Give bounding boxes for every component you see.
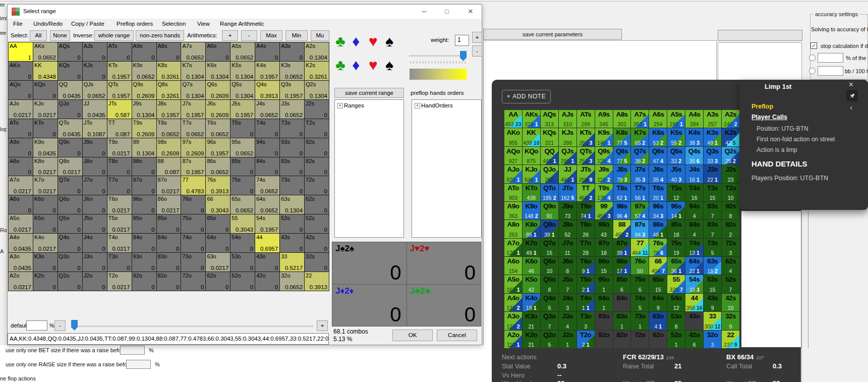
stat-cell-T9s[interactable]: T9s 1764 bbox=[595, 184, 613, 201]
stat-cell-T8o[interactable]: T8o 26 bbox=[577, 220, 595, 238]
top-slider-track[interactable] bbox=[409, 55, 467, 57]
range-cell-T5o[interactable]: T5o0.0217 bbox=[107, 214, 132, 234]
stat-cell-Q6o[interactable]: Q6o 10 bbox=[541, 257, 558, 275]
expand-icon[interactable]: + bbox=[415, 103, 420, 108]
stat-cell-QJo[interactable]: QJo 266 bbox=[541, 165, 558, 183]
stat-cell-J7o[interactable]: J7o 11 bbox=[559, 239, 576, 256]
stat-cell-KJs[interactable]: KJs 288 bbox=[559, 128, 576, 146]
range-cell-Q7s[interactable]: Q7s0.1304 bbox=[181, 81, 206, 100]
stat-cell-K2s[interactable]: K2s 425 bbox=[722, 128, 739, 146]
stat-cell-A3s[interactable]: A3s 257 bbox=[704, 110, 721, 128]
stat-cell-53s[interactable]: 53s 15 bbox=[704, 275, 721, 293]
range-cell-Q8s[interactable]: Q8s0.3261 bbox=[157, 81, 182, 100]
range-cell-43s[interactable]: 43s0 bbox=[280, 234, 305, 253]
range-cell-T9s[interactable]: T9s0.2609 bbox=[132, 119, 157, 138]
range-cell-A9o[interactable]: A9o0 bbox=[9, 138, 33, 157]
select-none-button[interactable]: None bbox=[50, 30, 70, 41]
range-cell-74s[interactable]: 74s0.0652 bbox=[255, 176, 280, 195]
ranges-tree-root[interactable]: + Ranges bbox=[337, 102, 364, 108]
stat-cell-52s[interactable]: 52s 7 bbox=[722, 275, 739, 293]
range-cell-AA[interactable]: AA1 bbox=[9, 42, 33, 62]
range-cell-94o[interactable]: 94o0 bbox=[132, 234, 157, 253]
range-cell-64s[interactable]: 64s0.0652 bbox=[255, 195, 280, 214]
stat-cell-64s[interactable]: 64s 221 bbox=[685, 257, 703, 275]
range-cell-53s[interactable]: 53s0 bbox=[280, 214, 305, 234]
stat-cell-54o[interactable]: 54o 12 bbox=[667, 294, 685, 311]
stat-cell-85o[interactable]: 85o 6 bbox=[613, 275, 631, 293]
weight-slider-track[interactable] bbox=[72, 325, 313, 327]
range-cell-QTo[interactable]: QTo0.0435 bbox=[58, 119, 83, 138]
range-cell-Q2o[interactable]: Q2o0 bbox=[58, 272, 83, 291]
weight-input[interactable]: 1 bbox=[455, 35, 469, 46]
heart-suit-icon[interactable]: ♥ bbox=[369, 34, 378, 49]
range-cell-AKs[interactable]: AKs0.0652 bbox=[33, 42, 58, 62]
stat-cell-QJs[interactable]: QJs 2901 bbox=[559, 147, 576, 165]
range-cell-K5s[interactable]: K5s0.1304 bbox=[230, 62, 255, 81]
range-cell-42o[interactable]: 42o0 bbox=[255, 272, 280, 291]
range-cell-J9s[interactable]: J9s0.1304 bbox=[132, 100, 157, 119]
range-cell-52s[interactable]: 52s0 bbox=[305, 214, 329, 234]
stat-cell-JTo[interactable]: JTo 1625 bbox=[559, 184, 576, 201]
stat-cell-63o[interactable]: 63o 41 bbox=[649, 312, 667, 330]
stat-cell-J5s[interactable]: J5s 403 bbox=[667, 165, 685, 183]
range-cell-82s[interactable]: 82s0 bbox=[305, 157, 329, 177]
range-cell-J4s[interactable]: J4s0.0652 bbox=[255, 100, 280, 119]
stat-cell-T3s[interactable]: T3s 15 bbox=[704, 184, 721, 201]
add-note-button[interactable]: + ADD NOTE bbox=[502, 90, 551, 103]
range-cell-A6o[interactable]: A6o0 bbox=[9, 195, 33, 214]
combo-quadrant[interactable]: J♥2♥ 0 bbox=[407, 242, 481, 284]
weight-slider-handle[interactable] bbox=[71, 320, 78, 331]
range-cell-A8o[interactable]: A8o0 bbox=[9, 157, 33, 177]
stat-cell-97s[interactable]: 97s 574 bbox=[631, 202, 649, 220]
stat-cell-53o[interactable]: 53o 8 bbox=[667, 312, 685, 330]
stat-cell-A4o[interactable]: A4o 1322 bbox=[504, 294, 522, 311]
default-weight-input[interactable] bbox=[26, 320, 47, 331]
stat-cell-97o[interactable]: 97o 18 bbox=[595, 239, 613, 256]
range-cell-KQs[interactable]: KQs0 bbox=[58, 62, 83, 81]
stat-cell-75o[interactable]: 75o 6 bbox=[631, 275, 649, 293]
combo-quadrant[interactable]: J♣2♣ 0 bbox=[407, 285, 481, 326]
range-cell-KTs[interactable]: KTs0.1957 bbox=[107, 62, 132, 81]
stat-cell-86o[interactable]: 86o 171 bbox=[613, 257, 631, 275]
stat-cell-Q4o[interactable]: Q4o 5 bbox=[541, 294, 558, 311]
range-cell-T2o[interactable]: T2o0.0217 bbox=[107, 272, 132, 291]
stat-cell-44[interactable]: 44 35816 bbox=[685, 294, 703, 311]
range-cell-KJo[interactable]: KJo0.0217 bbox=[33, 100, 58, 119]
range-cell-33[interactable]: 330.5217 bbox=[280, 253, 305, 272]
range-cell-K3o[interactable]: K3o0 bbox=[33, 253, 58, 272]
stat-cell-92o[interactable]: 92o bbox=[595, 331, 613, 348]
stat-cell-Q3o[interactable]: Q3o 7 bbox=[541, 312, 558, 330]
stat-cell-Q3s[interactable]: Q3s 333 bbox=[704, 147, 721, 165]
stat-cell-J8o[interactable]: J8o 52 bbox=[559, 220, 576, 238]
range-cell-T5s[interactable]: T5s0 bbox=[230, 119, 255, 138]
stat-cell-Q6s[interactable]: Q6s 474 bbox=[649, 147, 667, 165]
stat-cell-J8s[interactable]: J8s 793 bbox=[613, 165, 631, 183]
ok-button[interactable]: OK bbox=[392, 330, 433, 341]
stat-cell-A2s[interactable]: A2s 2472 bbox=[722, 110, 739, 128]
stat-cell-J4s[interactable]: J4s 161 bbox=[685, 165, 703, 183]
range-cell-K8s[interactable]: K8s0.3261 bbox=[157, 62, 182, 81]
stat-cell-J3s[interactable]: J3s 221 bbox=[704, 165, 721, 183]
stat-cell-AQs[interactable]: AQs 313 bbox=[541, 110, 558, 128]
stat-cell-87s[interactable]: 87s 943 bbox=[631, 220, 649, 238]
range-cell-Q9s[interactable]: Q9s0.2609 bbox=[132, 81, 157, 100]
range-cell-97s[interactable]: 97s0.2609 bbox=[181, 138, 206, 157]
stat-cell-K3s[interactable]: K3s 491 bbox=[704, 128, 721, 146]
stat-cell-JJ[interactable]: JJ 4411 bbox=[559, 165, 576, 183]
stat-cell-J6o[interactable]: J6o 8 bbox=[559, 257, 576, 275]
range-cell-A6s[interactable]: A6s0 bbox=[206, 42, 230, 62]
stat-cell-A2o[interactable]: A2o 1101 bbox=[504, 331, 522, 348]
stat-cell-62s[interactable]: 62s 4 bbox=[722, 257, 739, 275]
range-cell-95o[interactable]: 95o0 bbox=[132, 214, 157, 234]
stat-cell-Q5s[interactable]: Q5s 332 bbox=[667, 147, 685, 165]
stat-cell-T7s[interactable]: T7s 561 bbox=[631, 184, 649, 201]
chevron-left-icon[interactable]: ‹ bbox=[850, 103, 852, 112]
stat-cell-T2s[interactable]: T2s 10 bbox=[722, 184, 739, 201]
arith-mu-button[interactable]: Mu bbox=[311, 30, 329, 41]
stat-cell-K9o[interactable]: K9o 1482 bbox=[523, 202, 540, 220]
range-cell-Q4o[interactable]: Q4o0 bbox=[58, 234, 83, 253]
range-cell-A5s[interactable]: A5s0.0652 bbox=[230, 42, 255, 62]
stat-cell-KQo[interactable]: KQo 875 bbox=[523, 147, 540, 165]
stat-cell-A9o[interactable]: A9o 363 bbox=[504, 202, 522, 220]
stat-cell-K5o[interactable]: K5o 42 bbox=[523, 275, 540, 293]
